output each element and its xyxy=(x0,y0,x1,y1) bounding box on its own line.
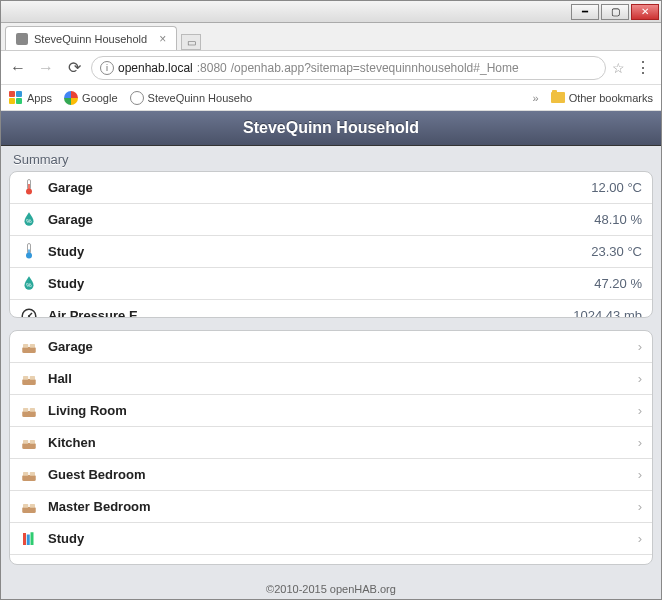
svg-rect-25 xyxy=(30,472,35,476)
app-header: SteveQuinn Household xyxy=(1,111,661,146)
footer: ©2010-2015 openHAB.org xyxy=(1,577,661,599)
google-icon xyxy=(64,91,78,105)
sq-bookmark[interactable]: SteveQuinn Househo xyxy=(130,91,253,105)
svg-rect-30 xyxy=(27,534,30,545)
room-icon xyxy=(20,370,38,388)
svg-rect-18 xyxy=(23,408,28,412)
svg-rect-13 xyxy=(30,344,35,348)
sq-favicon xyxy=(130,91,144,105)
svg-rect-24 xyxy=(23,472,28,476)
svg-rect-21 xyxy=(23,440,28,444)
tab-favicon xyxy=(16,33,28,45)
room-row[interactable]: Kitchen› xyxy=(10,427,652,459)
room-label: Hall xyxy=(48,371,628,386)
rooms-group: Garage›Hall›Living Room›Kitchen›Guest Be… xyxy=(9,330,653,565)
summary-label: Study xyxy=(48,244,581,259)
svg-rect-22 xyxy=(30,440,35,444)
chevron-right-icon: › xyxy=(638,339,642,354)
summary-value: 23.30 °C xyxy=(591,244,642,259)
site-info-icon[interactable]: i xyxy=(100,61,114,75)
summary-label: Air Pressure E xyxy=(48,308,563,318)
room-row[interactable]: Living Room› xyxy=(10,395,652,427)
summary-row: Garage12.00 °C xyxy=(10,172,652,204)
room-row[interactable]: Guest Bedroom› xyxy=(10,459,652,491)
bookmark-star-icon[interactable]: ☆ xyxy=(612,60,625,76)
room-row[interactable]: Study› xyxy=(10,523,652,555)
window-maximize-button[interactable]: ▢ xyxy=(601,4,629,20)
room-label: Kitchen xyxy=(48,435,628,450)
apps-icon xyxy=(9,91,23,105)
room-icon xyxy=(20,434,38,452)
back-button[interactable]: ← xyxy=(7,57,29,79)
url-port: :8080 xyxy=(197,61,227,75)
room-row[interactable]: Trends› xyxy=(10,555,652,565)
other-bookmarks-label: Other bookmarks xyxy=(569,92,653,104)
summary-row: %Garage48.10 % xyxy=(10,204,652,236)
room-label: Guest Bedroom xyxy=(48,467,628,482)
svg-rect-16 xyxy=(30,376,35,380)
sq-label: SteveQuinn Househo xyxy=(148,92,253,104)
browser-tab[interactable]: SteveQuinn Household × xyxy=(5,26,177,50)
chevron-right-icon: › xyxy=(638,499,642,514)
room-icon xyxy=(20,466,38,484)
app-title: SteveQuinn Household xyxy=(243,119,419,137)
window-titlebar: ━ ▢ ✕ xyxy=(1,1,661,23)
therm-red-icon xyxy=(20,178,38,196)
bookmark-overflow-button[interactable]: » xyxy=(533,92,539,104)
books-icon xyxy=(20,530,38,548)
room-label: Garage xyxy=(48,339,628,354)
chevron-right-icon: › xyxy=(638,435,642,450)
humid-icon: % xyxy=(20,274,38,292)
svg-point-8 xyxy=(22,309,36,318)
forward-button[interactable]: → xyxy=(35,57,57,79)
new-tab-button[interactable]: ▭ xyxy=(181,34,201,50)
svg-rect-23 xyxy=(22,475,36,481)
summary-label: Study xyxy=(48,276,584,291)
url-input[interactable]: i openhab.local:8080/openhab.app?sitemap… xyxy=(91,56,606,80)
room-icon xyxy=(20,402,38,420)
browser-menu-button[interactable]: ⋮ xyxy=(631,58,655,77)
room-icon xyxy=(20,338,38,356)
tab-title: SteveQuinn Household xyxy=(34,33,147,45)
chevron-right-icon: › xyxy=(638,531,642,546)
summary-row: Air Pressure E1024.43 mb xyxy=(10,300,652,319)
google-bookmark[interactable]: Google xyxy=(64,91,117,105)
svg-rect-14 xyxy=(22,379,36,385)
svg-text:%: % xyxy=(26,282,32,288)
apps-label: Apps xyxy=(27,92,52,104)
chart-icon xyxy=(20,562,38,565)
summary-value: 47.20 % xyxy=(594,276,642,291)
svg-rect-19 xyxy=(30,408,35,412)
other-bookmarks[interactable]: Other bookmarks xyxy=(551,92,653,104)
svg-rect-29 xyxy=(23,533,26,545)
therm-blue-icon xyxy=(20,242,38,260)
summary-value: 1024.43 mb xyxy=(573,308,642,318)
bookmark-bar: Apps Google SteveQuinn Househo » Other b… xyxy=(1,85,661,111)
section-summary-label: Summary xyxy=(1,146,661,171)
summary-value: 48.10 % xyxy=(594,212,642,227)
svg-rect-28 xyxy=(30,504,35,508)
window-close-button[interactable]: ✕ xyxy=(631,4,659,20)
svg-rect-27 xyxy=(23,504,28,508)
folder-icon xyxy=(551,92,565,103)
reload-button[interactable]: ⟳ xyxy=(63,57,85,79)
chevron-right-icon: › xyxy=(638,467,642,482)
tab-close-icon[interactable]: × xyxy=(159,32,166,46)
pressure-icon xyxy=(20,307,38,319)
room-row[interactable]: Garage› xyxy=(10,331,652,363)
room-row[interactable]: Hall› xyxy=(10,363,652,395)
svg-rect-17 xyxy=(22,411,36,417)
google-label: Google xyxy=(82,92,117,104)
svg-rect-12 xyxy=(23,344,28,348)
room-label: Master Bedroom xyxy=(48,499,628,514)
svg-rect-15 xyxy=(23,376,28,380)
summary-value: 12.00 °C xyxy=(591,180,642,195)
room-row[interactable]: Master Bedroom› xyxy=(10,491,652,523)
svg-text:%: % xyxy=(26,218,32,224)
svg-rect-11 xyxy=(22,347,36,353)
apps-bookmark[interactable]: Apps xyxy=(9,91,52,105)
window-minimize-button[interactable]: ━ xyxy=(571,4,599,20)
browser-window: ━ ▢ ✕ SteveQuinn Household × ▭ ← → ⟳ i o… xyxy=(0,0,662,600)
url-host: openhab.local xyxy=(118,61,193,75)
tab-bar: SteveQuinn Household × ▭ xyxy=(1,23,661,51)
